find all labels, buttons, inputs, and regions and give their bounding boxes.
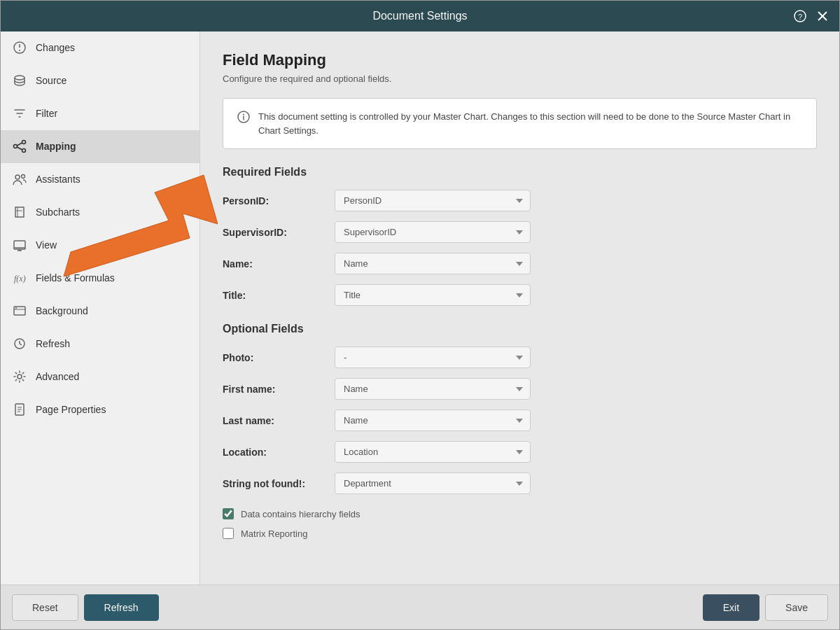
sidebar-item-assistants[interactable]: Assistants — [1, 163, 200, 196]
field-row-string-not-found: String not found!: Department — [223, 472, 817, 494]
checkbox-row-matrix: Matrix Reporting — [223, 528, 817, 539]
mapping-icon — [12, 139, 27, 154]
svg-line-12 — [18, 147, 22, 150]
svg-point-14 — [22, 175, 25, 178]
supervisorid-label: SupervisorID: — [223, 227, 335, 238]
location-select[interactable]: Location — [335, 441, 531, 463]
svg-point-6 — [19, 50, 20, 51]
info-icon — [237, 111, 250, 126]
source-label: Source — [36, 75, 66, 86]
field-row-title: Title: Title — [223, 284, 817, 306]
page-subtitle: Configure the required and optional fiel… — [223, 74, 817, 84]
sidebar-item-filter[interactable]: Filter — [1, 97, 200, 130]
mapping-label: Mapping — [36, 141, 76, 152]
page-properties-label: Page Properties — [36, 404, 106, 415]
field-row-firstname: First name: Name — [223, 378, 817, 400]
supervisorid-select[interactable]: SupervisorID — [335, 221, 531, 243]
name-label: Name: — [223, 258, 335, 270]
refresh-button[interactable]: Refresh — [84, 594, 159, 621]
svg-text:f(x): f(x) — [14, 274, 26, 284]
name-select[interactable]: Name — [335, 253, 531, 274]
main-content-area: Field Mapping Configure the required and… — [200, 31, 839, 584]
sidebar-item-changes[interactable]: Changes — [1, 31, 200, 64]
reset-button[interactable]: Reset — [12, 594, 78, 621]
subcharts-label: Subcharts — [36, 206, 80, 218]
svg-line-11 — [18, 143, 22, 146]
location-label: Location: — [223, 447, 335, 458]
checkbox-row-hierarchy: Data contains hierarchy fields — [223, 508, 817, 519]
svg-line-24 — [20, 344, 22, 345]
personid-select[interactable]: PersonID — [335, 190, 531, 211]
refresh-sidebar-label: Refresh — [36, 338, 70, 349]
title-select[interactable]: Title — [335, 284, 531, 306]
optional-fields-title: Optional Fields — [223, 323, 817, 335]
lastname-select[interactable]: Name — [335, 410, 531, 431]
field-row-name: Name: Name — [223, 253, 817, 274]
close-button[interactable] — [813, 6, 832, 26]
subcharts-icon — [12, 204, 27, 220]
hierarchy-checkbox[interactable] — [223, 508, 234, 519]
fields-formulas-label: Fields & Formulas — [36, 272, 115, 284]
help-button[interactable]: ? — [790, 6, 810, 26]
string-not-found-label: String not found!: — [223, 478, 335, 489]
refresh-sidebar-icon — [12, 336, 27, 351]
field-row-personid: PersonID: PersonID — [223, 190, 817, 211]
footer: Reset Refresh Exit Save — [1, 584, 839, 629]
matrix-label: Matrix Reporting — [241, 528, 307, 539]
document-settings-window: Document Settings ? — [0, 0, 840, 630]
view-label: View — [36, 239, 57, 251]
exit-button[interactable]: Exit — [703, 594, 760, 621]
sidebar-item-subcharts[interactable]: Subcharts — [1, 196, 200, 229]
photo-select[interactable]: - — [335, 346, 531, 368]
svg-point-25 — [18, 374, 22, 379]
sidebar-item-mapping[interactable]: Mapping — [1, 130, 200, 163]
svg-text:?: ? — [798, 13, 802, 21]
sidebar-item-advanced[interactable]: Advanced — [1, 360, 200, 393]
page-properties-icon — [12, 402, 27, 417]
string-not-found-select[interactable]: Department — [335, 472, 531, 494]
filter-icon — [12, 106, 27, 121]
advanced-icon — [12, 369, 27, 384]
advanced-label: Advanced — [36, 371, 79, 382]
svg-point-9 — [22, 141, 26, 144]
sidebar: Changes Source Filter — [1, 31, 200, 584]
lastname-label: Last name: — [223, 415, 335, 426]
matrix-checkbox[interactable] — [223, 528, 234, 539]
changes-label: Changes — [36, 42, 75, 53]
required-fields-title: Required Fields — [223, 166, 817, 178]
sidebar-item-view[interactable]: View — [1, 229, 200, 262]
title-bar-controls: ? — [790, 6, 832, 26]
title-label: Title: — [223, 290, 335, 301]
info-box: This document setting is controlled by y… — [223, 98, 817, 149]
assistants-label: Assistants — [36, 174, 80, 185]
personid-label: PersonID: — [223, 195, 335, 206]
field-row-photo: Photo: - — [223, 346, 817, 368]
firstname-select[interactable]: Name — [335, 378, 531, 400]
sidebar-item-fields-formulas[interactable]: f(x) Fields & Formulas — [1, 262, 200, 295]
changes-icon — [12, 40, 27, 55]
field-row-lastname: Last name: Name — [223, 410, 817, 431]
sidebar-item-background[interactable]: Background — [1, 295, 200, 328]
source-icon — [12, 73, 27, 88]
window-title: Document Settings — [372, 10, 467, 22]
sidebar-item-refresh[interactable]: Refresh — [1, 328, 200, 360]
save-button[interactable]: Save — [765, 594, 828, 621]
sidebar-item-page-properties[interactable]: Page Properties — [1, 393, 200, 426]
view-icon — [12, 237, 27, 253]
hierarchy-label: Data contains hierarchy fields — [241, 509, 360, 519]
page-title: Field Mapping — [223, 51, 817, 69]
window-body: Changes Source Filter — [1, 31, 839, 584]
footer-left: Reset Refresh — [12, 594, 159, 621]
svg-point-13 — [15, 175, 20, 179]
main-panel: Field Mapping Configure the required and… — [200, 31, 839, 584]
sidebar-item-source[interactable]: Source — [1, 64, 200, 97]
photo-label: Photo: — [223, 352, 335, 363]
svg-point-21 — [15, 307, 17, 309]
background-icon — [12, 303, 27, 318]
footer-right: Exit Save — [703, 594, 828, 621]
filter-label: Filter — [36, 108, 57, 119]
svg-point-7 — [15, 76, 24, 80]
field-row-supervisorid: SupervisorID: SupervisorID — [223, 221, 817, 243]
svg-point-10 — [22, 149, 26, 153]
info-text: This document setting is controlled by y… — [258, 110, 802, 137]
